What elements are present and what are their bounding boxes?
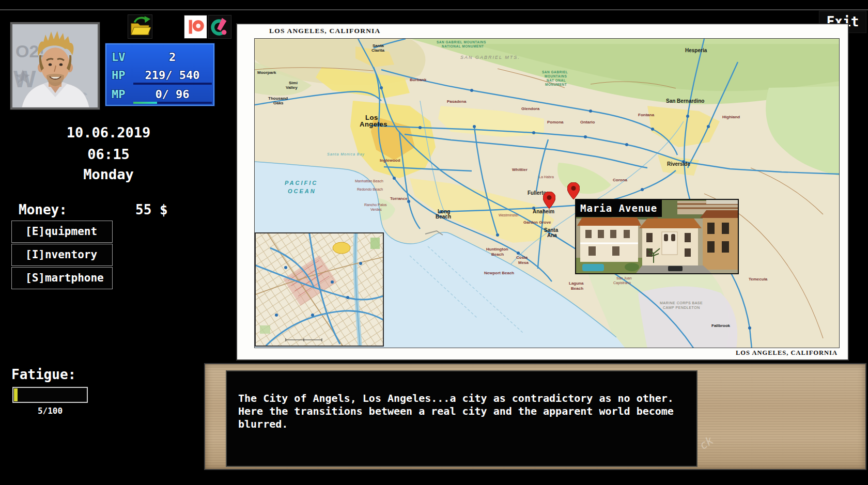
narration-text-area[interactable]: The City of Angels, Los Angeles...a city… <box>226 370 698 467</box>
menu-button-inventory[interactable]: [I]nventory <box>11 244 113 266</box>
hp-value: 219/ 540 <box>132 69 212 82</box>
menu-button-smartphone[interactable]: [S]martphone <box>11 267 113 289</box>
fatigue-value: 5/100 <box>12 406 88 416</box>
location-tooltip[interactable]: Maria Avenue <box>575 199 739 274</box>
fatigue-label: Fatigue: <box>11 367 76 382</box>
tooltip-label: Maria Avenue <box>576 200 662 217</box>
narration-box: The City of Angels, Los Angeles...a city… <box>204 363 866 470</box>
weekday-display: Monday <box>0 166 217 182</box>
load-game-button[interactable] <box>128 14 152 39</box>
time-display: 06:15 <box>0 146 217 162</box>
narration-line: blurred. <box>238 418 674 431</box>
portrait-image: O2! W WS <box>12 24 98 107</box>
level-label: LV <box>112 51 126 64</box>
mp-row: MP 0/ 96 <box>106 88 213 100</box>
wood-scribble: ck <box>697 434 716 452</box>
top-divider <box>0 9 868 10</box>
mp-bar-fill <box>133 102 157 104</box>
sidebar-menu: [E]quipment[I]nventory[S]martphone <box>11 221 114 290</box>
boosty-link[interactable] <box>208 15 231 39</box>
map-pins <box>255 39 839 348</box>
money-value: 55 $ <box>135 202 168 217</box>
patreon-link[interactable] <box>184 15 207 39</box>
narration-line: The City of Angels, Los Angeles...a city… <box>238 392 674 405</box>
los-angeles-map: SantaClaritaSAN GABRIEL MOUNTAINSNATIONA… <box>254 38 840 348</box>
date-display: 10.06.2019 <box>0 124 217 140</box>
character-portrait: O2! W WS <box>10 22 100 109</box>
map-footer: LOS ANGELES, CALIFORNIA <box>736 349 838 357</box>
money-label: Money: <box>19 202 67 217</box>
map-panel: LOS ANGELES, CALIFORNIA LOS ANGELES, CAL… <box>236 23 849 361</box>
hp-label: HP <box>112 69 126 82</box>
map-title: LOS ANGELES, CALIFORNIA <box>269 27 381 35</box>
narration-line: Here the transitions between a real city… <box>238 405 674 418</box>
level-row: LV 2 <box>106 51 213 63</box>
stats-panel: LV 2 HP 219/ 540 MP 0/ 96 <box>105 43 214 106</box>
level-value: 2 <box>132 51 212 64</box>
game-screen: { "window": { "exit_label": "Exit" }, "s… <box>0 0 868 485</box>
hp-row: HP 219/ 540 <box>106 69 213 81</box>
fatigue-bar <box>12 387 88 403</box>
open-folder-icon <box>128 15 152 38</box>
menu-button-equipment[interactable]: [E]quipment <box>11 221 113 243</box>
patreon-icon <box>184 15 207 38</box>
map-pin-2[interactable] <box>567 182 580 199</box>
fatigue-bar-fill <box>14 388 18 401</box>
narration-text: The City of Angels, Los Angeles...a city… <box>238 392 674 431</box>
boosty-icon <box>209 15 231 38</box>
map-pin-1[interactable] <box>543 192 555 209</box>
mp-label: MP <box>112 88 126 101</box>
mp-bar <box>133 102 212 104</box>
mp-value: 0/ 96 <box>132 88 212 101</box>
hp-bar <box>133 83 212 85</box>
